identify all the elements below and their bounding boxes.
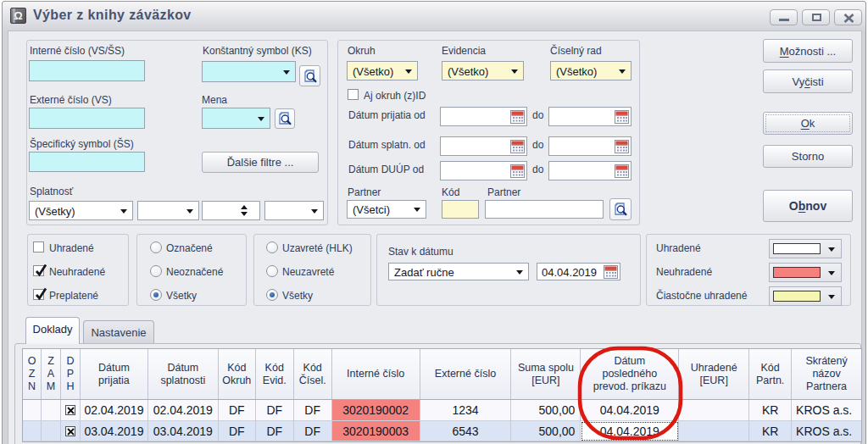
cell-dph[interactable]	[61, 421, 81, 441]
cell-datum-prijatia[interactable]: 02.04.2019	[81, 400, 148, 421]
aj-okruh-checkbox[interactable]	[348, 89, 359, 100]
col-dph[interactable]: D P H	[61, 349, 81, 399]
dalsie-filtre-button[interactable]: Ďalšie filtre ...	[202, 152, 319, 173]
ciselny-rad-combo[interactable]: (Všetko)	[550, 61, 632, 80]
cell-datum-splatnosti[interactable]: 03.04.2019	[148, 421, 219, 441]
partner-input[interactable]	[485, 200, 604, 219]
interne-cislo-input[interactable]	[29, 60, 145, 81]
legend-neuhradene-color-combo[interactable]	[769, 263, 842, 282]
datum-duup-do-input[interactable]	[548, 161, 632, 180]
cell-ozn[interactable]	[23, 400, 42, 421]
col-datum-posledneho[interactable]: Dátum posledného prevod. príkazu	[581, 349, 679, 399]
cell-zam[interactable]	[42, 421, 61, 441]
datum-duup-od-input[interactable]	[440, 161, 527, 180]
cell-kod-evid[interactable]: DF	[256, 400, 294, 421]
cell-skrateny-nazov[interactable]: KROS a.s.	[792, 421, 861, 441]
datum-splatnosti-do-input[interactable]	[548, 136, 632, 156]
stav-k-datumu-date-input[interactable]: 04.04.2019	[537, 263, 620, 280]
cell-skrateny-nazov[interactable]: KROS a.s.	[792, 400, 861, 421]
vsetky-mark-radio[interactable]	[150, 289, 162, 301]
col-skrateny-nazov[interactable]: Skrátený názov Partnera	[792, 349, 861, 399]
cell-externe-cislo[interactable]: 1234	[420, 400, 512, 421]
stav-k-datumu-combo[interactable]: Zadať ručne	[388, 263, 529, 280]
okruh-combo[interactable]: (Všetko)	[347, 61, 418, 80]
externe-cislo-input[interactable]	[29, 108, 145, 129]
preplatene-checkbox[interactable]	[33, 289, 44, 300]
uzavrete-radio[interactable]	[266, 241, 278, 253]
cell-kod-evid[interactable]: DF	[256, 421, 294, 441]
vsetky-closed-radio[interactable]	[266, 289, 278, 301]
datum-prijatia-do-input[interactable]	[548, 107, 632, 126]
cell-zam[interactable]	[42, 400, 61, 421]
cell-kod-partn[interactable]: KR	[749, 400, 792, 421]
col-kod-evid[interactable]: Kód Evid.	[256, 349, 294, 399]
splatnost-combo-3[interactable]	[264, 201, 324, 220]
close-button[interactable]	[834, 9, 862, 25]
neoznacene-radio[interactable]	[150, 265, 162, 277]
cell-kod-cisel[interactable]: DF	[294, 421, 332, 441]
cell-uhradene[interactable]	[679, 400, 749, 421]
tab-nastavenie[interactable]: Nastavenie	[83, 320, 154, 344]
vycisti-button[interactable]: Vyčisti	[763, 69, 853, 93]
col-externe-cislo[interactable]: Externé číslo	[420, 349, 512, 399]
cell-datum-posledneho-focused[interactable]: 04.04.2019	[581, 421, 679, 441]
col-datum-prijatia[interactable]: Dátum prijatia	[81, 349, 148, 399]
col-ozn[interactable]: O Z N	[23, 349, 42, 399]
minimize-button[interactable]	[770, 9, 798, 25]
datum-prijatia-od-input[interactable]	[440, 107, 527, 126]
cell-kod-okruh[interactable]: DF	[219, 400, 256, 421]
splatnost-combo-2[interactable]	[137, 201, 199, 220]
mena-lookup-button[interactable]	[275, 108, 295, 129]
splatnost-combo[interactable]: (Všetky)	[29, 201, 133, 220]
col-datum-splatnosti[interactable]: Dátum splatnosti	[148, 349, 219, 399]
cell-suma-spolu[interactable]: 500,00	[511, 400, 581, 421]
splatnost-spinner[interactable]	[202, 201, 260, 220]
konstantny-symbol-combo[interactable]	[202, 61, 296, 82]
maximize-button[interactable]	[802, 9, 830, 25]
cell-datum-prijatia[interactable]: 03.04.2019	[81, 421, 148, 441]
partner-lookup-button[interactable]	[609, 198, 632, 220]
cell-interne-cislo[interactable]: 3020190003	[332, 421, 420, 441]
table-row[interactable]: 03.04.2019 03.04.2019 DF DF DF 302019000…	[23, 421, 861, 441]
col-kod-cisel[interactable]: Kód Čísel.	[294, 349, 332, 399]
col-interne-cislo[interactable]: Interné číslo	[332, 349, 420, 399]
col-zam[interactable]: Z A M	[42, 349, 61, 399]
titlebar[interactable]: Ω Výber z knihy záväzkov	[3, 2, 865, 31]
neuhradene-checkbox[interactable]	[33, 265, 44, 276]
datum-splatnosti-od-input[interactable]	[440, 136, 527, 156]
ok-button[interactable]: Ok	[763, 112, 853, 135]
cell-interne-cislo[interactable]: 3020190002	[332, 400, 420, 421]
cell-dph[interactable]	[61, 400, 81, 421]
mena-combo[interactable]	[202, 108, 270, 129]
cell-kod-okruh[interactable]: DF	[219, 421, 256, 441]
cell-ozn[interactable]	[23, 421, 42, 441]
documents-table[interactable]: O Z N Z A M D P H Dátum prijatia Dátum s…	[22, 348, 862, 442]
col-suma-spolu[interactable]: Suma spolu [EUR]	[511, 349, 581, 399]
specificky-symbol-input[interactable]	[29, 152, 145, 172]
legend-ciastocne-color-combo[interactable]	[769, 286, 842, 306]
cell-externe-cislo[interactable]: 6543	[420, 421, 512, 441]
konstantny-symbol-lookup-button[interactable]	[299, 65, 320, 86]
col-kod-partn[interactable]: Kód Partn.	[749, 349, 792, 399]
col-uhradene[interactable]: Uhradené [EUR]	[679, 349, 749, 399]
cell-datum-posledneho[interactable]: 04.04.2019	[581, 400, 679, 421]
cell-uhradene[interactable]	[679, 421, 749, 441]
uhradene-checkbox[interactable]	[33, 241, 44, 253]
cell-kod-partn[interactable]: KR	[749, 421, 792, 441]
calendar-icon	[615, 140, 629, 153]
col-kod-okruh[interactable]: Kód Okruh	[219, 349, 256, 399]
cell-suma-spolu[interactable]: 500,00	[511, 421, 581, 441]
neuzavrete-radio[interactable]	[266, 265, 278, 277]
tab-doklady[interactable]: Doklady	[25, 317, 80, 344]
partner-combo[interactable]: (Všetci)	[347, 200, 426, 219]
kod-input[interactable]	[442, 200, 479, 219]
moznosti-button[interactable]: Možnosti ...	[763, 39, 853, 63]
cell-datum-splatnosti[interactable]: 02.04.2019	[148, 400, 219, 421]
evidencia-combo[interactable]: (Všetko)	[442, 61, 524, 80]
storno-button[interactable]: Storno	[763, 145, 853, 168]
cell-kod-cisel[interactable]: DF	[294, 400, 332, 421]
legend-uhradene-color-combo[interactable]	[769, 239, 842, 258]
obnov-button[interactable]: Obnov	[763, 190, 853, 222]
table-row[interactable]: 02.04.2019 02.04.2019 DF DF DF 302019000…	[23, 400, 861, 421]
oznacene-radio[interactable]	[150, 241, 162, 253]
